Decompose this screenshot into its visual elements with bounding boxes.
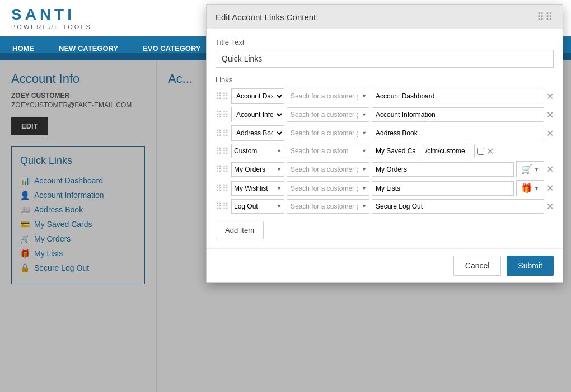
title-text-input[interactable]: [216, 50, 554, 68]
link-type-select[interactable]: Account Infor: [231, 107, 284, 122]
logo-top: SANTI: [11, 6, 92, 23]
modal: Edit Account Links Content ⠿⠿ Title Text…: [206, 4, 563, 283]
title-text-label: Title Text: [216, 38, 554, 46]
link-group-select[interactable]: Seach for a customer group.: [287, 199, 369, 214]
modal-header: Edit Account Links Content ⠿⠿: [207, 5, 563, 29]
remove-icon[interactable]: ✕: [546, 201, 554, 212]
modal-body: Title Text Links ⠿⠿ Account Dash Seach f…: [207, 29, 563, 248]
drag-handle-icon[interactable]: ⠿⠿: [216, 91, 229, 102]
gift-icon: 🎁: [521, 183, 532, 193]
table-row: ⠿⠿ Log Out ▼ Seach for a customer group.…: [216, 199, 554, 214]
table-row: ⠿⠿ Account Infor Seach for a customer gr…: [216, 107, 554, 122]
remove-icon[interactable]: ✕: [486, 146, 494, 157]
cancel-button[interactable]: Cancel: [453, 256, 502, 276]
link-type-select[interactable]: Custom: [231, 144, 284, 158]
link-group-select[interactable]: Seach for a customer group.: [287, 162, 369, 177]
table-row: ⠿⠿ My Wishlist ▼ Seach for a customer gr…: [216, 180, 554, 196]
table-row: ⠿⠿ Account Dash Seach for a customer gro…: [216, 88, 554, 104]
submit-button[interactable]: Submit: [507, 256, 554, 276]
remove-icon[interactable]: ✕: [546, 183, 554, 193]
link-label-input[interactable]: [372, 89, 544, 103]
modal-footer: Cancel Submit: [207, 248, 563, 282]
link-label-input[interactable]: [372, 199, 544, 214]
add-item-button[interactable]: Add Item: [216, 221, 264, 239]
link-type-select[interactable]: Address Book: [231, 125, 284, 141]
link-label-input[interactable]: [372, 107, 544, 122]
icon-dropdown-arrow: ▼: [534, 167, 539, 172]
drag-handle-icon[interactable]: ⠿⠿: [216, 201, 229, 212]
drag-handle-icon[interactable]: ⠿⠿: [216, 128, 229, 139]
link-label-input[interactable]: [372, 126, 544, 140]
remove-icon[interactable]: ✕: [546, 164, 554, 174]
table-row: ⠿⠿ Custom ▼ Seach for a custom ▼ ✕: [216, 144, 554, 158]
table-row: ⠿⠿ Address Book Seach for a customer gro…: [216, 125, 554, 141]
link-newtab-checkbox[interactable]: [477, 148, 484, 155]
drag-handle-icon[interactable]: ⠿⠿: [216, 146, 229, 157]
modal-drag-handle[interactable]: ⠿⠿: [537, 11, 554, 23]
link-label-input[interactable]: [372, 144, 419, 158]
link-label-input[interactable]: [372, 181, 514, 196]
remove-icon[interactable]: ✕: [546, 128, 554, 139]
link-type-select[interactable]: Log Out: [231, 199, 284, 214]
link-label-input[interactable]: [372, 162, 514, 177]
links-label: Links: [216, 75, 554, 84]
link-type-select[interactable]: Account Dash: [231, 88, 284, 104]
link-group-select[interactable]: Seach for a custom: [287, 144, 369, 158]
logo: SANTI POWERFUL TOOLS: [11, 6, 92, 30]
drag-handle-icon[interactable]: ⠿⠿: [216, 110, 229, 120]
link-group-select[interactable]: Seach for a customer group.: [287, 89, 369, 103]
drag-handle-icon[interactable]: ⠿⠿: [216, 164, 229, 174]
link-group-select[interactable]: Seach for a customer group.: [287, 126, 369, 140]
cart-icon: 🛒: [521, 164, 532, 174]
link-type-select[interactable]: My Orders: [231, 162, 284, 177]
icon-dropdown-arrow: ▼: [534, 186, 539, 191]
table-row: ⠿⠿ My Orders ▼ Seach for a customer grou…: [216, 161, 554, 177]
link-url-input[interactable]: [422, 144, 475, 158]
link-group-select[interactable]: Seach for a customer group.: [287, 107, 369, 122]
modal-title: Edit Account Links Content: [216, 12, 316, 22]
remove-icon[interactable]: ✕: [546, 91, 554, 102]
link-group-select[interactable]: Seach for a customer group.: [287, 181, 369, 196]
remove-icon[interactable]: ✕: [546, 110, 554, 120]
drag-handle-icon[interactable]: ⠿⠿: [216, 183, 229, 193]
link-type-select[interactable]: My Wishlist: [231, 181, 284, 196]
logo-sub: POWERFUL TOOLS: [11, 23, 92, 30]
